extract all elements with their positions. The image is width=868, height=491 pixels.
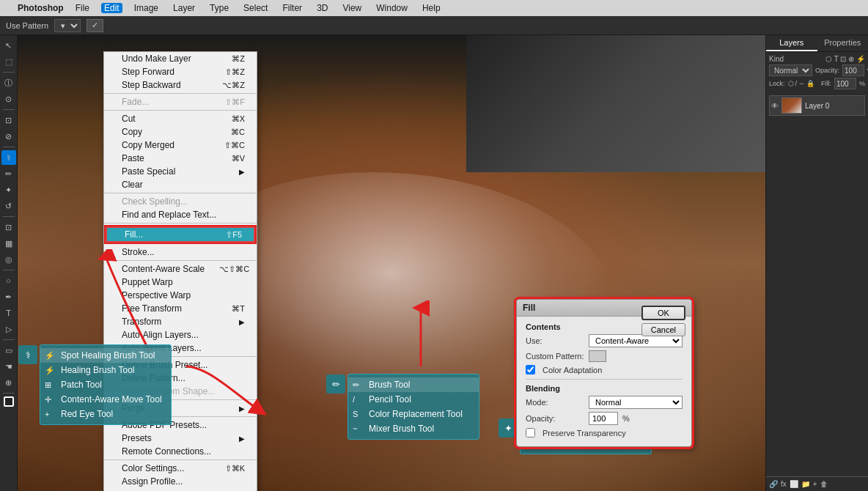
tool-zoom[interactable]: ⊕ xyxy=(1,375,16,390)
tool-type[interactable]: T xyxy=(1,306,16,320)
cancel-button[interactable]: Cancel xyxy=(641,323,685,336)
menu-remote-connections[interactable]: Remote Connections... xyxy=(104,445,257,458)
new-group-icon[interactable]: 📁 xyxy=(801,480,810,488)
tool-pen[interactable]: ✒ xyxy=(1,289,16,304)
tool-stamp[interactable]: ✦ xyxy=(1,182,16,197)
lock-icon-2[interactable]: / xyxy=(795,80,798,87)
delete-layer-icon[interactable]: 🗑 xyxy=(820,480,828,488)
menu-step-backward[interactable]: Step Backward ⌥⌘Z xyxy=(104,78,257,92)
mixer-brush-tool[interactable]: ~ Mixer Brush Tool xyxy=(348,421,479,436)
lock-icon-1[interactable]: ⬡ xyxy=(788,80,794,87)
add-effect-icon[interactable]: fx xyxy=(781,480,787,488)
menu-type[interactable]: Type xyxy=(207,3,232,13)
fill-panel-input[interactable] xyxy=(834,78,856,89)
tool-blur[interactable]: ◎ xyxy=(1,252,16,267)
menu-step-forward[interactable]: Step Forward ⇧⌘Z xyxy=(104,65,257,78)
menu-convert-profile[interactable]: Convert to Profile... xyxy=(104,488,257,491)
tab-layers[interactable]: Layers xyxy=(766,35,817,51)
menu-select[interactable]: Select xyxy=(240,3,271,13)
menu-image[interactable]: Image xyxy=(131,3,161,13)
menu-paste-special[interactable]: Paste Special ▶ xyxy=(104,165,257,178)
tool-history[interactable]: ↺ xyxy=(1,199,16,213)
opacity-input[interactable] xyxy=(589,412,618,425)
menu-3d[interactable]: 3D xyxy=(314,3,331,13)
content-aware-icon: ✛ xyxy=(45,395,51,405)
tool-lasso[interactable]: ⓛ xyxy=(1,75,16,90)
fill-percent: % xyxy=(859,80,865,87)
tool-hand[interactable]: ☚ xyxy=(1,359,16,374)
tool-brush[interactable]: ✏ xyxy=(1,166,16,181)
red-eye-icon: + xyxy=(45,410,49,418)
menu-clear[interactable]: Clear xyxy=(104,178,257,191)
menu-view[interactable]: View xyxy=(339,3,364,13)
dialog-divider-1 xyxy=(526,379,683,380)
tool-crop[interactable]: ⊡ xyxy=(1,113,16,128)
menu-copy[interactable]: Copy ⌘C xyxy=(104,125,257,139)
custom-pattern-swatch[interactable] xyxy=(589,350,606,362)
new-layer-icon[interactable]: + xyxy=(813,480,817,488)
photo-dark-top xyxy=(466,35,765,172)
red-arrow-2 xyxy=(399,300,443,374)
layer-visibility-icon[interactable]: 👁 xyxy=(771,102,779,110)
menu-window[interactable]: Window xyxy=(373,3,411,13)
toolbar-separator-2 xyxy=(3,109,15,110)
menu-color-settings[interactable]: Color Settings... ⇧⌘K xyxy=(104,462,257,475)
menu-presets[interactable]: Presets ▶ xyxy=(104,432,257,445)
brush-tool-icon[interactable]: ✏ xyxy=(326,374,345,394)
link-layers-icon[interactable]: 🔗 xyxy=(769,480,778,488)
tool-eyedropper[interactable]: ⊘ xyxy=(1,129,16,144)
use-pattern-select[interactable]: ▾ xyxy=(54,19,81,32)
app-name[interactable]: Photoshop xyxy=(18,3,64,13)
menu-find-replace[interactable]: Find and Replace Text... xyxy=(104,208,257,221)
menu-undo[interactable]: Undo Make Layer ⌘Z xyxy=(104,52,257,65)
mixer-brush-icon: ~ xyxy=(353,424,357,433)
color-adaptation-checkbox[interactable] xyxy=(526,365,535,374)
preserve-transparency-checkbox[interactable] xyxy=(526,428,535,438)
use-pattern-label: Use Pattern xyxy=(6,21,48,30)
opacity-panel-input[interactable] xyxy=(842,64,864,76)
stamp-tool-icon[interactable]: ✦ xyxy=(499,418,518,438)
spot-healing-brush-tool[interactable]: ⚡ Spot Healing Brush Tool xyxy=(40,348,171,363)
tool-healing[interactable]: ⚕ xyxy=(1,150,16,165)
menu-file[interactable]: File xyxy=(73,3,92,13)
add-mask-icon[interactable]: ⬜ xyxy=(790,480,798,488)
tool-eraser[interactable]: ⊡ xyxy=(1,220,16,235)
lock-icon-3[interactable]: ↔ xyxy=(798,80,805,87)
pencil-tool[interactable]: / Pencil Tool xyxy=(348,392,479,407)
tool-gradient[interactable]: ▦ xyxy=(1,236,16,251)
content-aware-move-tool[interactable]: ✛ Content-Aware Move Tool xyxy=(40,392,171,407)
patch-tool[interactable]: ⊞ Patch Tool xyxy=(40,377,171,392)
pencil-icon: / xyxy=(353,395,355,404)
ok-button[interactable]: OK xyxy=(641,306,685,320)
menu-cut[interactable]: Cut ⌘X xyxy=(104,112,257,125)
lock-icon-4[interactable]: 🔒 xyxy=(806,80,814,87)
tool-marquee[interactable]: ⬚ xyxy=(1,54,16,69)
optionsbar-check-btn[interactable]: ✓ xyxy=(87,19,103,32)
canvas-area: Undo Make Layer ⌘Z Step Forward ⇧⌘Z Step… xyxy=(18,35,765,491)
menu-fill[interactable]: Fill... ⇧F5 xyxy=(106,226,255,243)
tool-path[interactable]: ▷ xyxy=(1,322,16,336)
tab-properties[interactable]: Properties xyxy=(817,35,869,51)
menu-help[interactable]: Help xyxy=(419,3,444,13)
red-eye-tool[interactable]: + Red Eye Tool xyxy=(40,407,171,421)
layers-panel-tabs: Layers Properties xyxy=(766,35,868,52)
menu-paste[interactable]: Paste ⌘V xyxy=(104,152,257,165)
foreground-color[interactable] xyxy=(4,396,14,407)
tool-shape[interactable]: ▭ xyxy=(1,343,16,358)
blend-mode-select[interactable]: Normal xyxy=(769,64,812,76)
menu-assign-profile[interactable]: Assign Profile... xyxy=(104,475,257,488)
healing-tool-icon[interactable]: ⚕ xyxy=(18,345,37,364)
menu-filter[interactable]: Filter xyxy=(279,3,305,13)
tool-move[interactable]: ↖ xyxy=(1,38,16,53)
brush-tool[interactable]: ✏ Brush Tool xyxy=(348,377,479,392)
toolbar-separator-4 xyxy=(3,216,15,217)
healing-brush-tool[interactable]: ⚡ Healing Brush Tool xyxy=(40,363,171,377)
tool-quickselect[interactable]: ⊙ xyxy=(1,92,16,106)
tool-dodge[interactable]: ○ xyxy=(1,273,16,288)
menu-edit[interactable]: Edit xyxy=(101,3,122,13)
menu-layer[interactable]: Layer xyxy=(170,3,198,13)
menu-copy-merged[interactable]: Copy Merged ⇧⌘C xyxy=(104,139,257,152)
mode-select[interactable]: Normal xyxy=(589,396,683,409)
red-arrow-1 xyxy=(179,352,267,425)
color-replacement-tool[interactable]: S Color Replacement Tool xyxy=(348,407,479,421)
